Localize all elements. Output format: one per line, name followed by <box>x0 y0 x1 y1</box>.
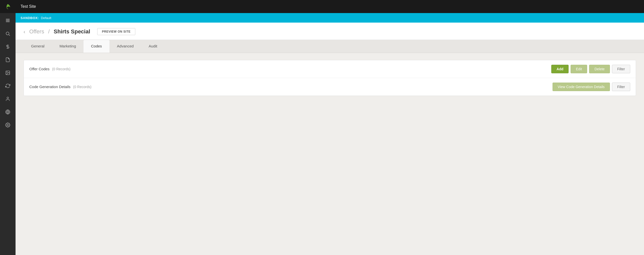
edit-button[interactable]: Edit <box>571 65 587 73</box>
sandbox-label: SANDBOX: <box>21 16 39 20</box>
svg-point-8 <box>7 97 9 99</box>
sidebar-item-pricing[interactable] <box>0 41 16 53</box>
sandbox-bar: SANDBOX: Default <box>16 13 644 23</box>
breadcrumb-separator: / <box>48 28 50 35</box>
dollar-icon <box>5 44 10 50</box>
content-area: ‹ Offers / Shirts Special PREVIEW ON SIT… <box>16 23 644 255</box>
offer-codes-title: Offer Codes <box>29 67 50 71</box>
svg-point-3 <box>6 32 9 35</box>
image-icon <box>5 70 10 77</box>
gear-icon <box>5 122 10 129</box>
svg-rect-2 <box>6 21 10 22</box>
sandbox-value: Default <box>41 16 51 20</box>
tab-audit[interactable]: Audit <box>141 40 165 53</box>
back-button[interactable]: ‹ <box>24 29 25 35</box>
offer-codes-filter-button[interactable]: Filter <box>612 65 630 73</box>
svg-rect-1 <box>6 20 10 21</box>
tab-advanced[interactable]: Advanced <box>110 40 141 53</box>
main-content: Offer Codes (0 Records) Add Edit Delete … <box>16 53 644 103</box>
sidebar-item-globe[interactable] <box>0 106 16 118</box>
codes-card: Offer Codes (0 Records) Add Edit Delete … <box>24 60 636 96</box>
sidebar-item-sync[interactable] <box>0 80 16 92</box>
code-generation-count: (0 Records) <box>73 85 91 89</box>
sidebar-item-orders[interactable] <box>0 15 16 27</box>
app-logo[interactable] <box>0 0 16 13</box>
breadcrumb-current: Shirts Special <box>54 28 90 35</box>
document-icon <box>5 57 10 63</box>
search-icon <box>5 31 10 37</box>
svg-point-11 <box>7 124 9 125</box>
sidebar-item-documents[interactable] <box>0 54 16 66</box>
orders-icon <box>5 18 10 24</box>
offer-codes-actions: Add Edit Delete Filter <box>551 65 630 73</box>
tab-general[interactable]: General <box>24 40 52 53</box>
add-button[interactable]: Add <box>551 65 569 73</box>
offer-codes-section: Offer Codes (0 Records) Add Edit Delete … <box>24 60 636 78</box>
breadcrumb-area: ‹ Offers / Shirts Special PREVIEW ON SIT… <box>16 23 644 40</box>
code-generation-title: Code Generation Details <box>29 85 70 89</box>
preview-on-site-button[interactable]: PREVIEW ON SITE <box>97 28 135 35</box>
offer-codes-header: Offer Codes (0 Records) <box>29 67 70 71</box>
user-icon <box>5 96 10 103</box>
tab-marketing[interactable]: Marketing <box>52 40 83 53</box>
breadcrumb-parent[interactable]: Offers <box>29 28 44 35</box>
svg-line-4 <box>9 35 10 36</box>
tab-codes[interactable]: Codes <box>83 40 109 53</box>
main-area: Test Site SANDBOX: Default ‹ Offers / Sh… <box>16 0 644 255</box>
svg-rect-0 <box>6 19 10 20</box>
sidebar <box>0 0 16 255</box>
view-code-generation-button[interactable]: View Code Generation Details <box>553 83 610 91</box>
tabs-bar: General Marketing Codes Advanced Audit <box>16 40 644 53</box>
delete-button[interactable]: Delete <box>589 65 610 73</box>
svg-point-7 <box>7 72 7 72</box>
code-generation-header: Code Generation Details (0 Records) <box>29 85 91 89</box>
top-bar: Test Site <box>16 0 644 13</box>
code-generation-filter-button[interactable]: Filter <box>612 83 630 91</box>
app-title: Test Site <box>21 4 36 9</box>
sidebar-item-search[interactable] <box>0 28 16 40</box>
sync-icon <box>5 83 10 90</box>
sidebar-item-users[interactable] <box>0 93 16 105</box>
sidebar-item-media[interactable] <box>0 67 16 79</box>
code-generation-section: Code Generation Details (0 Records) View… <box>24 78 636 96</box>
globe-icon <box>5 109 10 116</box>
offer-codes-count: (0 Records) <box>52 67 70 71</box>
sidebar-item-settings[interactable] <box>0 119 16 132</box>
sidebar-nav <box>0 15 16 132</box>
code-generation-actions: View Code Generation Details Filter <box>553 83 630 91</box>
